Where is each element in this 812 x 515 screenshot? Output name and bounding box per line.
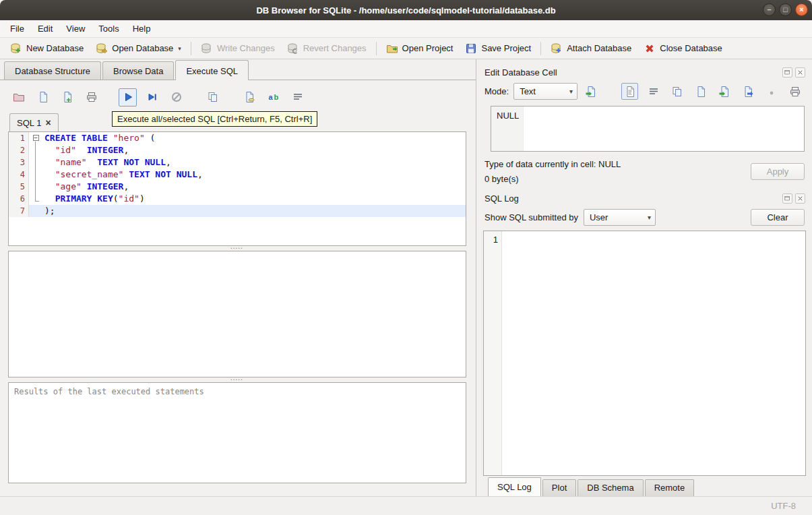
stop-icon xyxy=(167,88,185,107)
fold-marker xyxy=(29,156,42,169)
sql-tab-label: SQL 1 xyxy=(17,118,41,128)
execute-all-icon[interactable] xyxy=(119,88,137,107)
bottom-tab-db-schema[interactable]: DB Schema xyxy=(577,479,643,496)
line-number: 5 xyxy=(9,181,29,193)
save-as-icon[interactable] xyxy=(692,83,709,100)
float-panel-icon[interactable] xyxy=(782,193,792,204)
open-database-button[interactable]: Open Database▾ xyxy=(90,40,187,57)
mode-label: Mode: xyxy=(485,86,509,96)
tooltip-text: Execute all/selected SQL [Ctrl+Return, F… xyxy=(117,114,312,124)
encoding-indicator: UTF-8 xyxy=(771,501,796,511)
edit-cell-toolbar: Mode: Text ▾ xyxy=(480,80,806,106)
write-changes-icon xyxy=(201,42,213,55)
print-icon[interactable] xyxy=(786,83,803,100)
statusbar: UTF-8 xyxy=(0,496,812,515)
tab-execute-sql[interactable]: Execute SQL xyxy=(175,60,249,80)
sql-log-filter-row: Show SQL submitted by User ▾ Clear xyxy=(480,206,806,231)
open-project-icon xyxy=(386,42,398,55)
open-project-button[interactable]: Open Project xyxy=(380,40,460,57)
code-line[interactable]: 5 "age" INTEGER, xyxy=(9,181,466,193)
save-sql-file-icon[interactable] xyxy=(34,88,52,107)
copy-results-icon[interactable] xyxy=(204,88,222,107)
word-wrap-icon[interactable] xyxy=(645,83,662,100)
code-line[interactable]: 4 "secret_name" TEXT NOT NULL, xyxy=(9,169,466,181)
toolbar-separator xyxy=(376,42,377,55)
line-number: 6 xyxy=(9,193,29,205)
splitter-results-messages[interactable]: ••••• xyxy=(8,377,466,382)
sql-log-filter-select[interactable]: User ▾ xyxy=(584,209,656,226)
print-icon[interactable] xyxy=(82,88,100,107)
close-database-button[interactable]: Close Database xyxy=(637,40,728,57)
export-cell-icon[interactable] xyxy=(739,83,756,100)
code-line[interactable]: 2 "id" INTEGER, xyxy=(9,144,466,156)
line-number: 1 xyxy=(9,132,29,144)
code-text: "secret_name" TEXT NOT NULL, xyxy=(42,169,203,181)
menu-view[interactable]: View xyxy=(59,21,92,36)
attach-database-button[interactable]: Attach Database xyxy=(544,40,637,57)
text-mode-icon[interactable] xyxy=(621,83,638,100)
sql-log-filter-value: User xyxy=(590,212,608,222)
sql-log-view[interactable]: 1 xyxy=(483,231,806,476)
fold-collapse-icon[interactable]: − xyxy=(33,135,39,141)
menu-edit[interactable]: Edit xyxy=(31,21,59,36)
svg-text:b: b xyxy=(274,93,278,101)
code-line[interactable]: 3 "name" TEXT NOT NULL, xyxy=(9,156,466,169)
open-sql-file-icon[interactable] xyxy=(9,88,28,107)
mode-select[interactable]: Text ▾ xyxy=(513,83,577,100)
code-line[interactable]: 6 PRIMARY KEY("id") xyxy=(9,193,466,205)
menu-file[interactable]: File xyxy=(3,21,31,36)
cell-editor[interactable]: NULL xyxy=(491,106,805,152)
set-null-icon[interactable] xyxy=(763,83,780,100)
close-panel-icon[interactable] xyxy=(795,193,805,204)
tab-database-structure[interactable]: Database Structure xyxy=(4,61,101,80)
import-in-cell-icon[interactable] xyxy=(716,83,732,100)
minimize-button[interactable]: – xyxy=(763,3,776,16)
sql-tab[interactable]: SQL 1 × xyxy=(9,113,59,131)
revert-changes-icon xyxy=(287,42,299,55)
float-panel-icon[interactable] xyxy=(782,67,792,78)
splitter-editor-results[interactable]: ••••• xyxy=(8,246,466,251)
clear-button[interactable]: Clear xyxy=(751,209,805,226)
copy-icon[interactable] xyxy=(668,83,685,100)
toolbar-button-label: Open Project xyxy=(402,43,454,53)
save-results-icon[interactable] xyxy=(240,88,258,107)
bottom-tab-plot[interactable]: Plot xyxy=(542,479,576,496)
import-from-file-icon xyxy=(585,86,597,98)
messages-placeholder: Results of the last executed statements xyxy=(14,387,204,396)
edit-cell-header: Edit Database Cell xyxy=(480,65,806,80)
menu-tools[interactable]: Tools xyxy=(92,21,125,36)
bottom-tab-remote[interactable]: Remote xyxy=(645,479,695,496)
save-sql-file-as-icon[interactable] xyxy=(58,88,76,107)
fold-marker xyxy=(29,144,42,156)
sql-tab-close-icon[interactable]: × xyxy=(45,118,51,127)
find-replace-icon[interactable]: ab xyxy=(264,88,282,107)
code-text: "age" INTEGER, xyxy=(42,181,129,193)
line-number: 3 xyxy=(9,156,29,169)
results-grid-pane[interactable] xyxy=(8,251,466,377)
maximize-button[interactable]: □ xyxy=(779,3,792,16)
new-database-icon xyxy=(10,42,22,55)
new-database-button[interactable]: New Database xyxy=(4,40,90,57)
apply-button[interactable]: Apply xyxy=(751,163,805,180)
import-from-file-slot[interactable] xyxy=(582,83,599,100)
close-button[interactable]: × xyxy=(795,3,808,16)
sql-log-gutter: 1 xyxy=(484,231,502,475)
code-line[interactable]: 1−CREATE TABLE "hero" ( xyxy=(9,132,466,144)
messages-pane[interactable]: Results of the last executed statements xyxy=(8,382,466,483)
fold-marker[interactable]: − xyxy=(29,132,42,144)
bottom-tab-sql-log[interactable]: SQL Log xyxy=(488,477,541,496)
word-wrap-icon[interactable] xyxy=(288,88,307,107)
tab-browse-data[interactable]: Browse Data xyxy=(102,61,174,80)
chevron-down-icon[interactable]: ▾ xyxy=(178,45,181,52)
execute-current-line-icon[interactable] xyxy=(143,88,161,107)
menu-help[interactable]: Help xyxy=(126,21,158,36)
close-panel-icon[interactable] xyxy=(795,67,805,78)
fold-marker xyxy=(29,169,42,181)
close-database-icon xyxy=(644,42,656,55)
sql-editor[interactable]: 1−CREATE TABLE "hero" (2 "id" INTEGER,3 … xyxy=(8,131,466,246)
cell-size-text: 0 byte(s) xyxy=(485,174,621,184)
code-line[interactable]: 7); xyxy=(9,205,466,217)
revert-changes-button: Revert Changes xyxy=(281,40,373,57)
save-project-button[interactable]: Save Project xyxy=(459,40,537,57)
sql-log-title: SQL Log xyxy=(485,193,519,204)
